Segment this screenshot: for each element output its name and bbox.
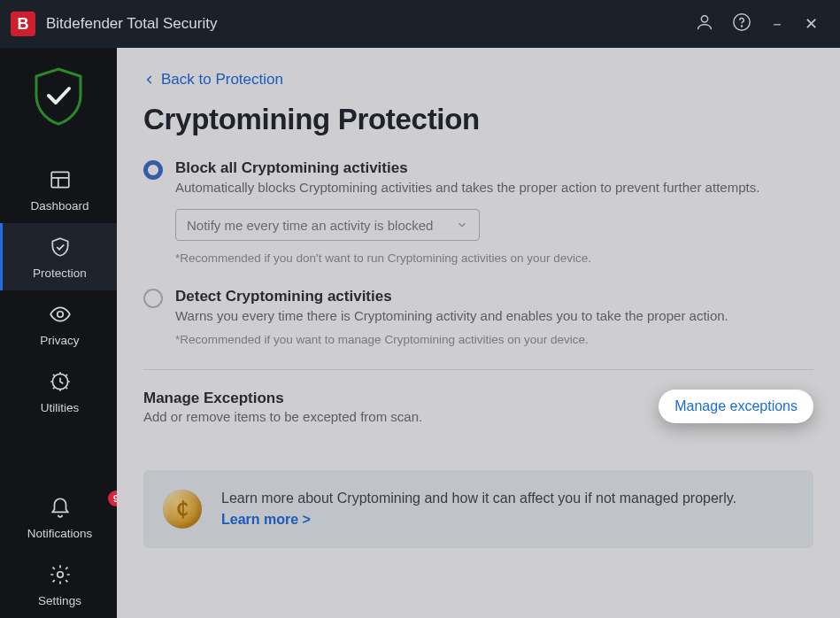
notifications-icon: 9 [3,496,117,521]
sidebar-item-notifications[interactable]: 9 Notifications [0,483,117,551]
sidebar-item-label: Dashboard [30,199,89,212]
svg-point-0 [701,16,707,22]
page-title: Cryptomining Protection [143,103,813,136]
svg-point-6 [57,572,63,578]
sidebar-item-settings[interactable]: Settings [0,551,117,618]
dashboard-icon [3,168,117,194]
content-area: Back to Protection Cryptomining Protecti… [117,48,840,618]
divider [143,369,813,370]
radio-unselected-icon[interactable] [143,289,163,308]
dropdown-value: Notify me every time an activity is bloc… [187,218,433,233]
option-title: Detect Cryptomining activities [175,288,813,305]
option-note: *Recommended if you don't want to run Cr… [175,251,813,265]
utilities-icon [3,370,117,396]
close-button[interactable]: ✕ [794,14,828,34]
help-icon[interactable] [723,12,760,35]
info-card: ₵ Learn more about Cryptomining and how … [143,470,813,548]
account-icon[interactable] [686,12,723,35]
option-desc: Automatically blocks Cryptomining activi… [175,179,813,197]
app-title: Bitdefender Total Security [46,15,217,33]
learn-more-link[interactable]: Learn more > [221,512,311,527]
sidebar-item-dashboard[interactable]: Dashboard [0,156,117,223]
privacy-icon [3,303,117,328]
chevron-down-icon [456,219,468,231]
sidebar-item-label: Privacy [40,334,79,347]
option-detect[interactable]: Detect Cryptomining activities Warns you… [143,288,813,345]
radio-selected-icon[interactable] [143,160,163,180]
app-logo: B [11,12,35,36]
back-link-label: Back to Protection [161,71,283,89]
manage-exceptions-title: Manage Exceptions [143,390,422,407]
sidebar-item-label: Settings [38,594,81,607]
option-desc: Warns you every time there is Cryptomini… [175,307,813,325]
manage-exceptions-desc: Add or remove items to be excepted from … [143,409,422,424]
notification-dropdown[interactable]: Notify me every time an activity is bloc… [175,209,480,241]
sidebar-item-label: Notifications [27,527,93,540]
minimize-button[interactable]: － [760,13,794,35]
coin-icon: ₵ [163,490,202,529]
svg-rect-3 [51,172,69,187]
sidebar-item-protection[interactable]: Protection [0,223,117,290]
chevron-left-icon [143,73,156,86]
sidebar-item-utilities[interactable]: Utilities [0,358,117,425]
back-link[interactable]: Back to Protection [143,71,283,89]
option-note: *Recommended if you want to manage Crypt… [175,333,813,346]
status-shield-icon [31,66,86,131]
protection-icon [3,236,117,261]
sidebar-item-privacy[interactable]: Privacy [0,290,117,358]
manage-exceptions-button[interactable]: Manage exceptions [659,390,813,423]
info-text: Learn more about Cryptomining and how it… [221,491,736,506]
option-block-all[interactable]: Block all Cryptomining activities Automa… [143,159,813,265]
svg-point-4 [57,312,63,318]
settings-icon [3,563,117,589]
svg-point-2 [741,26,742,27]
sidebar-item-label: Protection [33,267,87,280]
sidebar-item-label: Utilities [41,401,80,414]
titlebar: B Bitdefender Total Security － ✕ [0,0,840,48]
option-title: Block all Cryptomining activities [175,159,813,177]
sidebar: Dashboard Protection Privacy Utilities [0,48,117,618]
